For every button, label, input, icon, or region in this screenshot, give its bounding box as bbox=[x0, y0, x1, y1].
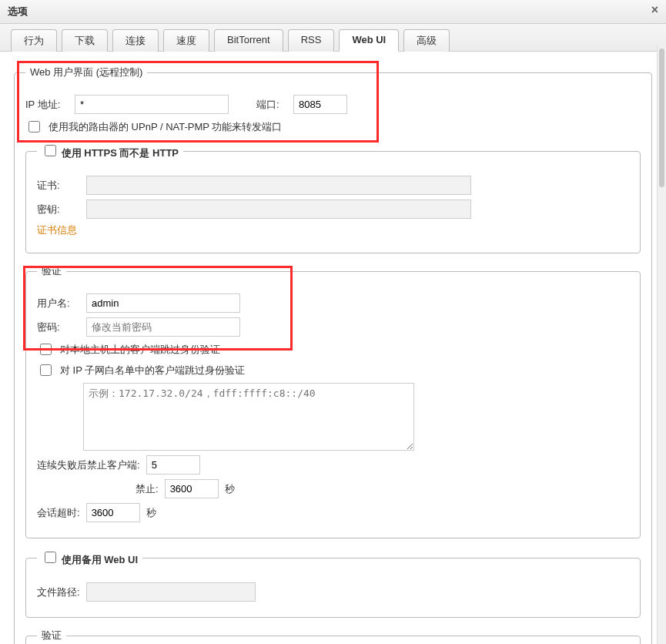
close-icon[interactable]: × bbox=[651, 3, 658, 17]
https-checkbox[interactable] bbox=[45, 145, 56, 156]
ban-for-label: 禁止: bbox=[136, 482, 159, 496]
window-title: 选项 bbox=[8, 5, 28, 17]
ban-after-input[interactable] bbox=[146, 455, 200, 475]
bypass-subnet-checkbox[interactable] bbox=[40, 364, 52, 376]
username-label: 用户名: bbox=[37, 297, 80, 310]
tab-content: Web 用户界面 (远程控制) IP 地址: 端口: 使用我的路由器的 UPnP… bbox=[0, 52, 666, 644]
cert-info-link[interactable]: 证书信息 bbox=[37, 223, 77, 237]
fieldset-auth: 验证 用户名: 密码: 对本地主机上的客户端跳过身份验证 对 IP 子网白名单中… bbox=[25, 264, 641, 538]
https-legend-text: 使用 HTTPS 而不是 HTTP bbox=[62, 147, 179, 159]
port-label: 端口: bbox=[256, 98, 287, 112]
webui-legend-text: Web 用户界面 (远程控制) bbox=[30, 66, 142, 78]
ban-for-input[interactable] bbox=[165, 479, 219, 498]
ip-input[interactable] bbox=[75, 95, 229, 114]
tab-bar: 行为 下载 连接 速度 BitTorrent RSS Web UI 高级 bbox=[0, 24, 666, 52]
fieldset-webui: Web 用户界面 (远程控制) IP 地址: 端口: 使用我的路由器的 UPnP… bbox=[14, 65, 652, 644]
ip-label: IP 地址: bbox=[25, 98, 69, 112]
tab-webui[interactable]: Web UI bbox=[339, 29, 399, 52]
altui-legend-text: 使用备用 Web UI bbox=[62, 554, 138, 565]
tab-connection[interactable]: 连接 bbox=[112, 29, 159, 52]
upnp-checkbox[interactable] bbox=[28, 121, 40, 132]
altui-path-input bbox=[86, 582, 256, 602]
scrollbar-thumb[interactable] bbox=[659, 49, 664, 187]
cert-label: 证书: bbox=[37, 179, 80, 193]
password-input[interactable] bbox=[86, 317, 240, 337]
session-timeout-label: 会话超时: bbox=[37, 506, 80, 520]
bypass-local-label: 对本地主机上的客户端跳过身份验证 bbox=[60, 343, 220, 357]
bypass-subnet-label: 对 IP 子网白名单中的客户端跳过身份验证 bbox=[60, 364, 245, 377]
port-input[interactable] bbox=[293, 95, 347, 114]
window-titlebar: 选项 × bbox=[0, 0, 666, 24]
key-label: 密钥: bbox=[37, 203, 80, 216]
cert-input bbox=[86, 176, 471, 195]
ban-after-label: 连续失败后禁止客户端: bbox=[37, 458, 140, 472]
fieldset-alt-webui: 使用备用 Web UI 文件路径: bbox=[25, 549, 641, 618]
session-timeout-input[interactable] bbox=[86, 503, 140, 522]
bypass-local-checkbox[interactable] bbox=[40, 344, 52, 355]
https-legend: 使用 HTTPS 而不是 HTTP bbox=[37, 143, 183, 160]
auth-legend: 验证 bbox=[37, 264, 66, 278]
tab-advanced[interactable]: 高级 bbox=[403, 29, 450, 52]
webui-legend: Web 用户界面 (远程控制) bbox=[25, 65, 147, 79]
subnet-whitelist-textarea[interactable] bbox=[83, 383, 414, 451]
key-input bbox=[86, 200, 471, 219]
fieldset-security: 验证 启用"点击劫持"保护 bbox=[25, 629, 641, 644]
altui-path-label: 文件路径: bbox=[37, 585, 80, 599]
tab-behavior[interactable]: 行为 bbox=[11, 29, 57, 52]
security-legend: 验证 bbox=[37, 629, 66, 642]
password-label: 密码: bbox=[37, 320, 80, 334]
tab-downloads[interactable]: 下载 bbox=[62, 29, 108, 52]
username-input[interactable] bbox=[86, 293, 240, 313]
altui-legend: 使用备用 Web UI bbox=[37, 549, 142, 567]
session-seconds: 秒 bbox=[146, 506, 156, 520]
altui-checkbox[interactable] bbox=[45, 552, 56, 563]
upnp-label: 使用我的路由器的 UPnP / NAT-PMP 功能来转发端口 bbox=[49, 120, 282, 134]
tab-rss[interactable]: RSS bbox=[288, 29, 335, 52]
tab-bittorrent[interactable]: BitTorrent bbox=[214, 29, 283, 52]
fieldset-https: 使用 HTTPS 而不是 HTTP 证书: 密钥: 证书信息 bbox=[25, 143, 641, 253]
tab-speed[interactable]: 速度 bbox=[163, 29, 209, 52]
vertical-scrollbar[interactable] bbox=[657, 45, 666, 644]
ban-for-seconds: 秒 bbox=[225, 482, 235, 496]
